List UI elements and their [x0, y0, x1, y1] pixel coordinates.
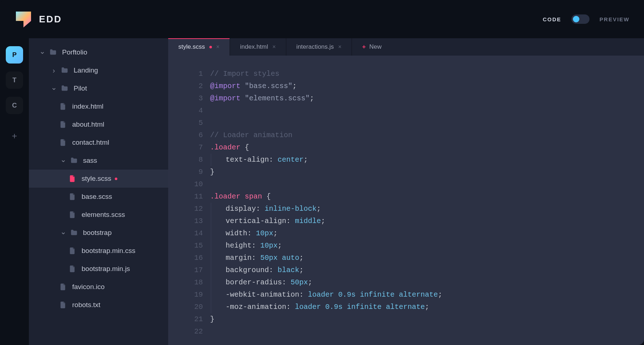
- tab-label: style.scss: [178, 43, 205, 51]
- rail-project-p[interactable]: P: [6, 46, 23, 64]
- file-contact-html[interactable]: contact.html: [29, 134, 168, 152]
- file-icon: [69, 211, 77, 219]
- view-mode-switcher: CODE PREVIEW: [543, 14, 630, 24]
- file-icon: [69, 265, 77, 273]
- folder-sass[interactable]: sass: [29, 152, 168, 170]
- tree-item-label: bootstrap: [83, 229, 112, 237]
- file-icon: [59, 102, 67, 110]
- tree-item-label: Landing: [74, 66, 98, 74]
- close-icon[interactable]: ×: [338, 44, 341, 50]
- rail-project-t[interactable]: T: [6, 71, 23, 89]
- file-base-scss[interactable]: base.scss: [29, 188, 168, 206]
- folder-icon: [70, 229, 78, 237]
- chevron-right-icon: [50, 66, 58, 75]
- tab-index-html[interactable]: index.html×: [230, 38, 286, 56]
- mode-toggle[interactable]: [571, 14, 589, 24]
- editor-tabs: style.scss×index.html×interactions.js× +…: [168, 38, 644, 56]
- tree-item-label: bootstrap.min.css: [82, 247, 135, 255]
- file-icon: [69, 247, 77, 255]
- logo: EDD: [14, 10, 62, 28]
- chevron-down-icon: [38, 48, 46, 57]
- add-project-button[interactable]: ＋: [10, 130, 19, 141]
- tree-item-label: Pilot: [74, 84, 87, 92]
- close-icon[interactable]: ×: [216, 44, 219, 50]
- code-content[interactable]: // Import styles@import "base.scss";@imp…: [210, 68, 644, 345]
- close-icon[interactable]: ×: [273, 44, 276, 50]
- folder-icon: [70, 157, 78, 165]
- editor: style.scss×index.html×interactions.js× +…: [168, 38, 644, 345]
- plus-icon: +: [362, 43, 366, 51]
- new-tab-button[interactable]: + New: [352, 38, 392, 56]
- file-icon: [59, 121, 67, 128]
- tree-item-label: about.html: [72, 121, 104, 128]
- file-icon: [59, 283, 67, 291]
- tree-item-label: favicon.ico: [72, 283, 105, 291]
- tree-item-label: base.scss: [82, 193, 112, 201]
- chevron-down-icon: [59, 228, 67, 237]
- tree-item-label: style.scss: [82, 175, 111, 183]
- file-bootstrap-min-js[interactable]: bootstrap.min.js: [29, 260, 168, 278]
- file-icon: [69, 193, 77, 201]
- code-mode-label[interactable]: CODE: [543, 16, 561, 22]
- tree-item-label: contact.html: [72, 139, 109, 147]
- tree-item-label: bootstrap.min.js: [82, 265, 130, 273]
- file-elements-scss[interactable]: elements.scss: [29, 206, 168, 224]
- preview-mode-label[interactable]: PREVIEW: [600, 16, 630, 22]
- file-robots-txt[interactable]: robots.txt: [29, 296, 168, 314]
- tree-item-label: index.html: [72, 102, 104, 110]
- code-area[interactable]: 12345678910111213141516171819202122 // I…: [168, 56, 644, 345]
- file-index-html[interactable]: index.html: [29, 97, 168, 115]
- file-about-html[interactable]: about.html: [29, 115, 168, 134]
- chevron-down-icon: [59, 156, 67, 165]
- logo-icon: [14, 10, 32, 28]
- toggle-knob: [573, 16, 579, 22]
- file-tree: PorftolioLandingPilotindex.htmlabout.htm…: [29, 38, 168, 345]
- app-name: EDD: [39, 14, 62, 25]
- tab-interactions-js[interactable]: interactions.js×: [286, 38, 352, 56]
- file-favicon-ico[interactable]: favicon.ico: [29, 278, 168, 296]
- file-icon: [59, 301, 67, 309]
- modified-dot-icon: [115, 178, 117, 180]
- tree-item-label: Porftolio: [62, 48, 87, 56]
- tab-style-scss[interactable]: style.scss×: [168, 38, 230, 56]
- file-icon: [59, 139, 67, 147]
- tree-item-label: sass: [83, 157, 97, 165]
- folder-Porftolio[interactable]: Porftolio: [29, 43, 168, 61]
- modified-dot-icon: [209, 46, 212, 48]
- folder-icon: [49, 48, 57, 56]
- file-bootstrap-min-css[interactable]: bootstrap.min.css: [29, 242, 168, 260]
- project-rail: PTC ＋: [0, 38, 29, 345]
- file-icon: [69, 175, 77, 183]
- folder-Landing[interactable]: Landing: [29, 61, 168, 79]
- line-gutter: 12345678910111213141516171819202122: [168, 68, 210, 345]
- rail-project-c[interactable]: C: [6, 97, 23, 114]
- tab-label: interactions.js: [296, 43, 334, 51]
- folder-icon: [61, 66, 69, 74]
- folder-Pilot[interactable]: Pilot: [29, 79, 168, 97]
- tab-label: index.html: [240, 43, 268, 51]
- folder-bootstrap[interactable]: bootstrap: [29, 224, 168, 242]
- folder-icon: [61, 84, 69, 92]
- tree-item-label: robots.txt: [72, 301, 100, 309]
- header: EDD CODE PREVIEW: [0, 0, 644, 38]
- tree-item-label: elements.scss: [82, 211, 125, 219]
- chevron-down-icon: [50, 84, 58, 93]
- file-style-scss[interactable]: style.scss: [29, 170, 168, 188]
- new-tab-label: New: [369, 43, 382, 51]
